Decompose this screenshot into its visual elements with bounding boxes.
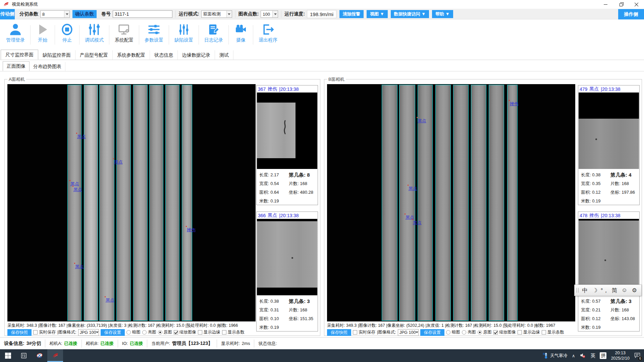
stat-value: 坐标: 143.08 — [610, 314, 638, 323]
clear-alarm-button[interactable]: 清除报警 — [339, 10, 364, 18]
ribbon-item-9[interactable]: 摄像 — [229, 22, 253, 44]
tab-4[interactable]: 系统参数配置 — [113, 50, 150, 60]
language-indicator[interactable]: 英 — [590, 353, 595, 359]
defect-snapshot — [257, 219, 317, 295]
defect-mark-icon — [408, 185, 409, 186]
defect-mark-icon — [105, 296, 106, 297]
stat-value: 米数: 0.19 — [259, 323, 289, 332]
tab-1[interactable]: 尺寸监控界面 — [1, 50, 38, 60]
start-button[interactable] — [0, 349, 16, 362]
stop-icon — [60, 23, 74, 36]
close-button[interactable] — [629, 0, 644, 9]
windows-icon — [5, 352, 11, 359]
punctuation-mode[interactable]: °， — [600, 287, 610, 294]
save-snapshot-button[interactable]: 保存快照 — [7, 329, 32, 336]
checkbox-icon — [174, 330, 178, 335]
log-icon — [207, 23, 220, 36]
defect-card[interactable]: 479黑点|20:13:38长度: 0.38第几条: 4宽度: 0.35片数: … — [578, 85, 640, 205]
tab-7[interactable]: 测试 — [215, 50, 233, 60]
save-snapshot-button[interactable]: 保存快照 — [327, 329, 351, 336]
save-settings-button[interactable]: 保存设置 — [420, 329, 444, 336]
stat-value: 面积: 0.12 — [581, 314, 610, 323]
drag-handle-icon[interactable] — [577, 288, 579, 293]
taskbar-clock[interactable]: 20:13 2025/2/10 — [611, 350, 630, 361]
defect-time: |20:13:38 — [279, 86, 299, 92]
save-settings-button[interactable]: 保存设置 — [101, 329, 125, 336]
image-format-label: |图像格式: — [377, 329, 396, 335]
pinned-app-button[interactable] — [16, 349, 32, 362]
ribbon-item-7[interactable]: 缺陷设置 — [169, 22, 199, 44]
display-option-checkbox-3[interactable]: 显示条数 — [222, 329, 245, 335]
moon-icon[interactable]: ☽ — [590, 287, 600, 294]
weather-widget[interactable]: 天气寒冷 — [542, 352, 568, 359]
help-menu-button[interactable]: 帮助 ▼ — [432, 10, 453, 18]
simplified-mode[interactable]: 简 — [610, 287, 620, 294]
operate-side-button[interactable]: 操作侧 — [618, 9, 644, 19]
drive-side-button[interactable]: 传动侧 — [0, 9, 15, 19]
display-option-checkbox-1[interactable]: 缩放图像 — [493, 329, 516, 335]
display-option-checkbox-1[interactable]: 缩放图像 — [174, 329, 196, 335]
subtab-1[interactable]: 正面图像 — [3, 61, 30, 71]
image-mode-radio-1[interactable]: 暗图 — [446, 329, 460, 335]
run-mode-select[interactable]: 双面检测 — [201, 10, 232, 18]
chevron-down-icon — [416, 331, 418, 333]
quick-data-menu-button[interactable]: 数据快捷访问 ▼ — [391, 10, 429, 18]
settings-gear-icon[interactable]: ⚙ — [630, 287, 640, 294]
tab-3[interactable]: 产品型号配置 — [75, 50, 113, 60]
chinese-mode[interactable]: 中 — [580, 287, 590, 294]
chart-points-select[interactable]: 100 — [261, 10, 278, 18]
subtab-2[interactable]: 分布趋势图表 — [30, 62, 65, 71]
defect-id: 479 — [580, 86, 587, 92]
ribbon-item-2[interactable]: 开始 — [31, 22, 55, 44]
tray-expand-chevron[interactable]: ∧ — [572, 353, 575, 358]
camera-icon — [234, 23, 248, 36]
camera-strip — [507, 85, 518, 321]
ribbon-item-6[interactable]: 参数设置 — [139, 22, 169, 44]
stat-value — [289, 323, 316, 332]
radio-icon — [158, 330, 162, 335]
realtime-save-checkbox[interactable]: 实时保存 — [353, 329, 375, 335]
display-option-checkbox-2[interactable]: 显示边缘 — [198, 329, 220, 335]
image-format-select[interactable]: JPG 100 — [78, 329, 99, 336]
view-menu-button[interactable]: 视图 ▼ — [367, 10, 387, 18]
ribbon-item-5[interactable]: 系统配置 — [109, 22, 139, 44]
tab-6[interactable]: 边缘数据记录 — [178, 50, 215, 60]
ribbon-item-label: 退出程序 — [259, 37, 277, 43]
display-option-checkbox-2[interactable]: 显示边缘 — [518, 329, 540, 335]
image-format-select[interactable]: JPG 100 — [398, 329, 419, 336]
slit-count-select[interactable]: 8 — [40, 10, 70, 18]
defect-card[interactable]: 366黑点|20:13:38长度: 0.38第几条: 3宽度: 0.31片数: … — [256, 212, 318, 331]
ribbon-item-10[interactable]: 退出程序 — [253, 22, 283, 44]
confirm-count-button[interactable]: 确认条数 — [72, 10, 97, 18]
chart-points-value: 100 — [261, 12, 272, 17]
defect-card[interactable]: 478挫伤|20:13:38长度: 0.57第几条: 3宽度: 0.21片数: … — [578, 212, 640, 331]
stat-value: 坐标: 197.86 — [610, 188, 638, 197]
display-option-checkbox-3[interactable]: 显示条数 — [542, 329, 564, 335]
defect-mark-icon — [412, 219, 413, 220]
volume-muted-button[interactable] — [579, 352, 586, 360]
restore-icon — [620, 3, 623, 6]
checkbox-icon — [542, 330, 546, 335]
ribbon-item-3[interactable]: 停止 — [55, 22, 79, 44]
active-app-button[interactable] — [47, 349, 63, 362]
slit-count-value: 8 — [41, 12, 64, 17]
ribbon-item-1[interactable]: 管理登录 — [1, 22, 30, 44]
image-mode-radio-3[interactable]: 原图 — [478, 329, 492, 335]
tab-5[interactable]: 状态信息 — [150, 50, 178, 60]
restore-button[interactable] — [613, 0, 629, 9]
ribbon-item-4[interactable]: 调试模式 — [79, 22, 109, 44]
realtime-save-checkbox[interactable]: 实时保存 — [33, 329, 56, 335]
emoji-icon[interactable]: ☺ — [620, 287, 630, 294]
defect-card[interactable]: 367挫伤|20:13:38长度: 2.17第几条: 8宽度: 0.54片数: … — [256, 85, 318, 205]
ime-indicator[interactable]: 拼 — [600, 352, 606, 359]
minimize-button[interactable] — [598, 0, 613, 9]
tab-2[interactable]: 缺陷监控界面 — [38, 50, 75, 60]
image-mode-radio-1[interactable]: 暗图 — [126, 329, 141, 335]
image-mode-radio-2[interactable]: 亮图 — [142, 329, 156, 335]
image-mode-radio-2[interactable]: 亮图 — [462, 329, 476, 335]
action-center-button[interactable]: 6 — [634, 352, 641, 360]
roll-number-input[interactable] — [113, 10, 172, 18]
snipping-tool-button[interactable] — [32, 349, 47, 362]
ribbon-item-8[interactable]: 日志记录 — [199, 22, 228, 44]
image-mode-radio-3[interactable]: 原图 — [158, 329, 172, 335]
